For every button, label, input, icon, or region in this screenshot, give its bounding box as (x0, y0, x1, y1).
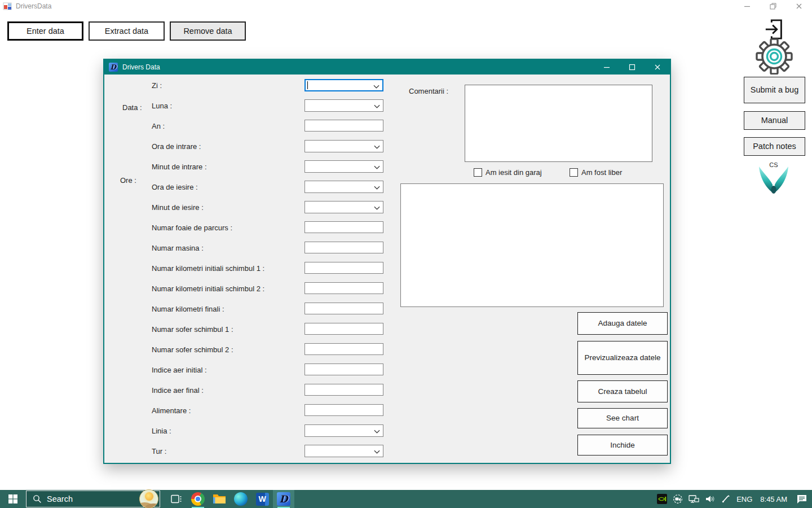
label-ora-de-intrare: Ora de intrare : (152, 142, 201, 151)
action-center-icon[interactable] (796, 494, 807, 504)
windows-logo-icon (8, 494, 17, 503)
input-indice-aer-initial[interactable] (304, 364, 383, 375)
label-numar-sofer-2: Numar sofer schimbul 2 : (152, 345, 233, 354)
combo-luna[interactable] (304, 99, 383, 112)
submit-a-bug-button[interactable]: Submit a bug (744, 77, 805, 103)
restore-icon (770, 3, 776, 10)
chrome-taskbar-button[interactable] (187, 490, 209, 508)
label-numar-foaie-de-parcurs: Numar foaie de parcurs : (152, 224, 232, 232)
remove-data-button[interactable]: Remove data (170, 21, 246, 41)
system-tray: ENG 8:45 AM (657, 494, 812, 504)
adauga-datele-button[interactable]: Adauga datele (577, 312, 668, 335)
start-button[interactable] (0, 490, 26, 508)
form-row-numar-sofer-1: Numar sofer schimbul 1 : (104, 323, 398, 335)
input-an[interactable] (304, 120, 383, 132)
dialog-minimize-button[interactable] (594, 60, 619, 75)
minimize-button[interactable] (734, 0, 760, 12)
clock[interactable]: 8:45 AM (760, 495, 787, 503)
combo-tur[interactable] (304, 445, 383, 457)
label-numar-masina: Numar masina : (152, 244, 204, 252)
maximize-icon (629, 64, 636, 71)
group-label-data: Data : (122, 103, 142, 112)
main-window-titlebar: DriversData (0, 0, 812, 12)
label-ora-de-iesire: Ora de iesire : (152, 183, 198, 191)
dialog-titlebar[interactable]: Drivers Data (104, 60, 670, 75)
enter-data-button[interactable]: Enter data (7, 21, 83, 41)
dialog-maximize-button[interactable] (619, 60, 645, 75)
form-row-numar-km-initiali-1: Numar kilometri initiali schimbul 1 : (104, 262, 398, 274)
input-indice-aer-final[interactable] (304, 384, 383, 396)
desktop: DriversData Enter data Extract data Remo… (0, 0, 812, 508)
taskbar-search-input[interactable]: Search (26, 491, 160, 507)
label-minut-de-iesire: Minut de iesire : (152, 203, 204, 212)
dialog-title: Drivers Data (122, 63, 160, 71)
preview-listbox[interactable] (400, 183, 664, 307)
meet-now-icon[interactable] (673, 494, 683, 504)
chevron-down-icon (374, 145, 380, 149)
form-row-indice-aer-final: Indice aer final : (104, 384, 398, 396)
cs-wings-logo: CS (756, 160, 792, 195)
sun-icon (145, 492, 153, 501)
previzualizeaza-datele-button[interactable]: Previzualizeaza datele (577, 341, 668, 375)
volume-icon[interactable] (705, 494, 715, 504)
search-icon (33, 494, 42, 503)
input-alimentare[interactable] (304, 404, 383, 416)
combo-linia[interactable] (304, 424, 383, 437)
input-numar-km-finali[interactable] (304, 303, 383, 314)
form-row-luna: Luna : (104, 99, 398, 112)
dialog-close-button[interactable] (645, 60, 670, 75)
settings-gear-icon[interactable] (756, 38, 793, 75)
inchide-button[interactable]: Inchide (577, 435, 668, 456)
drivers-data-app-icon (109, 63, 118, 72)
word-taskbar-button[interactable] (251, 490, 273, 508)
main-window-title: DriversData (16, 2, 51, 10)
weather-icon[interactable] (139, 489, 158, 508)
nvidia-tray-icon[interactable] (657, 494, 667, 504)
close-button[interactable] (786, 0, 812, 12)
label-indice-aer-initial: Indice aer initial : (152, 366, 207, 374)
file-explorer-taskbar-button[interactable] (209, 490, 230, 508)
comments-textarea[interactable] (465, 85, 652, 162)
minimize-icon (603, 64, 610, 71)
word-icon (256, 493, 269, 506)
windows-ink-pen-icon[interactable] (721, 494, 731, 504)
dialog-client-area: Zi :Luna :An :Ora de intrare :Minut de i… (104, 75, 670, 463)
network-icon[interactable] (689, 494, 699, 504)
language-indicator[interactable]: ENG (736, 495, 752, 503)
task-view-icon (171, 494, 182, 504)
see-chart-button[interactable]: See chart (577, 408, 668, 428)
chevron-down-icon (374, 206, 380, 210)
form-row-numar-foaie-de-parcurs: Numar foaie de parcurs : (104, 221, 398, 234)
file-explorer-icon (213, 493, 226, 505)
edge-taskbar-button[interactable] (230, 490, 251, 508)
input-numar-foaie-de-parcurs[interactable] (304, 221, 383, 233)
label-zi: Zi : (152, 81, 162, 90)
checkbox-am-iesit-din-garaj[interactable]: Am iesit din garaj (474, 168, 542, 177)
checkbox-am-fost-liber[interactable]: Am fost liber (570, 168, 622, 177)
form-row-indice-aer-initial: Indice aer initial : (104, 364, 398, 376)
combo-ora-de-intrare[interactable] (304, 140, 383, 152)
input-numar-masina[interactable] (304, 242, 383, 253)
drivers-data-taskbar-button[interactable] (273, 490, 294, 508)
extract-data-button[interactable]: Extract data (89, 21, 165, 41)
manual-button[interactable]: Manual (744, 111, 805, 130)
chevron-down-icon (374, 104, 380, 108)
combo-minut-de-iesire[interactable] (304, 201, 383, 213)
restore-button[interactable] (760, 0, 786, 12)
input-numar-km-initiali-2[interactable] (304, 282, 383, 294)
chevron-down-icon (374, 450, 380, 454)
creaza-tabelul-button[interactable]: Creaza tabelul (577, 380, 668, 402)
input-numar-sofer-2[interactable] (304, 343, 383, 355)
close-icon (654, 64, 661, 71)
taskbar: Search (0, 490, 812, 508)
form-row-zi: Zi : (104, 79, 398, 91)
combo-zi[interactable] (304, 79, 383, 91)
combo-ora-de-iesire[interactable] (304, 181, 383, 193)
chevron-down-icon (374, 186, 380, 190)
input-numar-km-initiali-1[interactable] (304, 262, 383, 274)
form-row-linia: Linia : (104, 424, 398, 437)
input-numar-sofer-1[interactable] (304, 323, 383, 335)
task-view-button[interactable] (166, 490, 187, 508)
patch-notes-button[interactable]: Patch notes (744, 137, 805, 156)
comments-label: Comentarii : (409, 87, 448, 95)
